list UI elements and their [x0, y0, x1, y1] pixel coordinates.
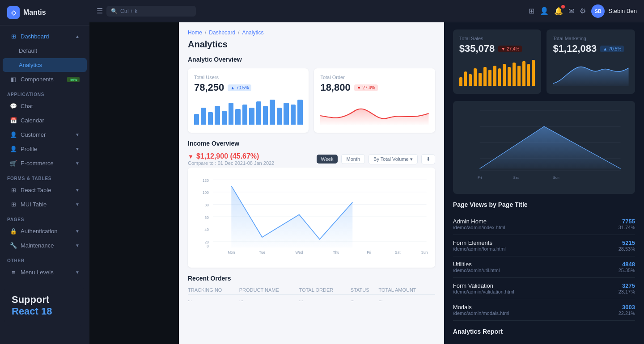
sidebar-item-label: Authentication	[21, 228, 57, 235]
sidebar-item-analytics[interactable]: Analytics	[3, 58, 87, 72]
notification-icon[interactable]: 🔔	[554, 7, 563, 15]
sidebar-item-chat[interactable]: 💬 Chat	[3, 99, 87, 113]
breadcrumb-sep1: /	[205, 29, 206, 36]
page-views-item: Form Elements /demo/admin/forms.html 521…	[453, 235, 635, 256]
sidebar-item-default[interactable]: Default	[3, 44, 87, 58]
ecommerce-icon: 🛒	[10, 160, 17, 167]
svg-text:Tue: Tue	[259, 251, 265, 255]
support-popup[interactable]: Support React 18	[4, 285, 84, 326]
sidebar-item-label: Profile	[21, 146, 37, 152]
sidebar-item-calendar[interactable]: 📅 Calendar	[3, 113, 87, 127]
svg-text:Sun: Sun	[421, 251, 428, 255]
pv-pct: 22.21%	[619, 310, 635, 316]
hamburger-icon[interactable]: ☰	[97, 7, 103, 15]
stat-card-total-users: Total Users 78,250 ▲ 70.5%	[188, 68, 309, 133]
sidebar-item-label: React Table	[21, 187, 51, 193]
pv-count: 7755	[619, 218, 635, 225]
stat-badge: ▼ 27.4%	[354, 84, 378, 91]
support-title: Support	[12, 294, 77, 306]
page-views-list: Admin Home /demo/admin/index.html 7755 3…	[453, 214, 635, 321]
sidebar-item-customer[interactable]: 👤 Customer ▼	[3, 128, 87, 142]
auth-icon: 🔒	[10, 228, 17, 235]
chat-icon: 💬	[10, 103, 17, 109]
sidebar-item-mui-table[interactable]: ⊞ MUI Table ▼	[3, 197, 87, 211]
breadcrumb: Home / Dashboard / Analytics	[188, 29, 435, 36]
components-icon: ◧	[10, 76, 17, 83]
support-subtitle: React 18	[12, 306, 77, 317]
svg-text:120: 120	[203, 179, 209, 183]
sidebar-section-pages: Pages	[0, 212, 89, 224]
sidebar-section-applications: Applications	[0, 87, 89, 99]
income-overview-section: Income Overview ▼ $1,12,900 (45.67%) Com…	[188, 140, 435, 268]
user-icon[interactable]: 👤	[540, 7, 549, 15]
stat-card-total-sales-dark: Total Sales $35,078 ▼ 27.4%	[453, 29, 542, 94]
pv-count: 3003	[619, 304, 635, 310]
recent-orders-title: Recent Orders	[188, 275, 435, 282]
pv-pct: 28.53%	[619, 246, 635, 252]
sidebar-item-label: MUI Table	[21, 201, 47, 208]
sidebar-item-components[interactable]: ◧ Components new	[3, 72, 87, 86]
orders-table: TRACKING NO PRODUCT NAME TOTAL ORDER STA…	[188, 285, 435, 304]
stat-label: Total Sales	[459, 36, 535, 41]
sidebar-logo[interactable]: ◇ Mantis	[0, 0, 89, 25]
chevron-down-icon: ▼	[75, 229, 80, 234]
income-value: ▼ $1,12,900 (45.67%)	[188, 152, 274, 160]
maintenance-icon: 🔧	[10, 242, 17, 249]
sidebar-item-authentication[interactable]: 🔒 Authentication ▼	[3, 224, 87, 238]
sidebar-item-react-table[interactable]: ⊞ React Table ▼	[3, 183, 87, 197]
user-avatar[interactable]: SB Stebin Ben	[591, 4, 637, 18]
pv-title: Utilities	[453, 261, 500, 268]
area-chart-blue-dark	[553, 59, 629, 86]
month-button[interactable]: Month	[341, 154, 365, 164]
page-views-item: Modals /demo/admin/modals.html 3003 22.2…	[453, 299, 635, 321]
pv-title: Admin Home	[453, 218, 505, 225]
volume-button[interactable]: By Total Volume ▾	[369, 154, 418, 164]
download-button[interactable]: ⬇	[421, 154, 435, 164]
sidebar-item-profile[interactable]: 👤 Profile ▼	[3, 142, 87, 156]
sidebar-item-label: Calendar	[21, 117, 44, 124]
pv-path: /demo/admin/validation.html	[453, 289, 514, 294]
sidebar-item-label: Chat	[21, 103, 33, 109]
stat-cards-row: Total Users 78,250 ▲ 70.5% Total Order 1…	[188, 68, 435, 133]
svg-text:20: 20	[205, 240, 209, 244]
svg-text:Fri: Fri	[478, 176, 482, 180]
page-views-title: Page Views by Page Title	[453, 201, 635, 208]
sidebar-item-dashboard[interactable]: ⊞ Dashboard ▲	[3, 29, 87, 43]
breadcrumb-home[interactable]: Home	[188, 29, 202, 36]
sidebar-item-maintenance[interactable]: 🔧 Maintenance ▼	[3, 239, 87, 252]
user-name: Stebin Ben	[608, 8, 637, 14]
svg-text:60: 60	[205, 216, 209, 220]
area-chart-red	[320, 98, 428, 125]
pv-title: Form Validation	[453, 282, 514, 289]
grid-icon[interactable]: ⊞	[529, 7, 534, 15]
search-box[interactable]: 🔍 Ctrl + k	[106, 6, 196, 17]
dark-stat-row: Total Sales $35,078 ▼ 27.4% Total Market…	[453, 29, 635, 94]
col-product: PRODUCT NAME	[239, 285, 299, 295]
stat-value: 18,800	[320, 82, 350, 93]
svg-text:Sun: Sun	[553, 176, 559, 180]
pv-title: Form Elements	[453, 239, 506, 246]
stat-value: $1,12,083	[553, 43, 597, 55]
chevron-down-icon: ▼	[75, 243, 80, 248]
sidebar-item-menu-levels[interactable]: ≡ Menu Levels ▼	[3, 265, 87, 279]
page-views-item: Admin Home /demo/admin/index.html 7755 3…	[453, 214, 635, 235]
mail-icon[interactable]: ✉	[568, 7, 574, 15]
pv-title: Modals	[453, 304, 509, 310]
stat-card-total-marketing-dark: Total Marketing $1,12,083 ▲ 70.5%	[547, 29, 635, 94]
svg-text:Fri: Fri	[367, 251, 371, 255]
breadcrumb-dashboard[interactable]: Dashboard	[209, 29, 235, 36]
sidebar-item-ecommerce[interactable]: 🛒 E-commerce ▼	[3, 156, 87, 170]
sidebar: ◇ Mantis ⊞ Dashboard ▲ Default Analytics…	[0, 0, 89, 344]
sidebar-item-label: Components	[21, 76, 54, 83]
week-button[interactable]: Week	[317, 155, 338, 164]
sidebar-section-forms: Forms & Tables	[0, 171, 89, 183]
svg-text:0: 0	[207, 244, 209, 248]
profile-icon: 👤	[10, 146, 17, 152]
income-compare: Compare to : 01 Dec 2021-08 Jan 2022	[188, 160, 274, 166]
logo-icon: ◇	[7, 6, 20, 19]
pv-count: 3275	[619, 282, 635, 289]
breadcrumb-sep2: /	[238, 29, 239, 36]
stat-label: Total Users	[194, 75, 302, 80]
settings-icon[interactable]: ⚙	[580, 7, 586, 15]
stat-value: 78,250	[194, 82, 224, 93]
